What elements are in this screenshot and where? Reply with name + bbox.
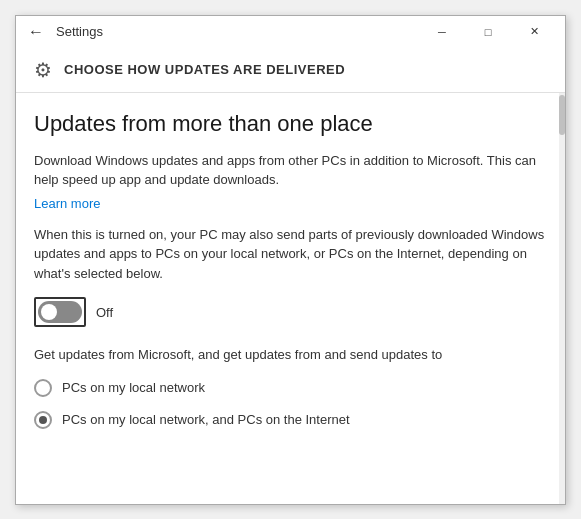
window-title: Settings <box>56 24 103 39</box>
radio-item-internet[interactable]: PCs on my local network, and PCs on the … <box>34 411 547 429</box>
radio-internet-label: PCs on my local network, and PCs on the … <box>62 412 350 427</box>
content-area: Updates from more than one place Downloa… <box>16 93 565 447</box>
radio-item-local[interactable]: PCs on my local network <box>34 379 547 397</box>
radio-group: PCs on my local network PCs on my local … <box>34 379 547 429</box>
learn-more-link[interactable]: Learn more <box>34 196 100 211</box>
title-bar-left: ← Settings <box>24 21 419 43</box>
toggle-row: Off <box>34 297 547 327</box>
toggle-container <box>34 297 86 327</box>
toggle-label: Off <box>96 305 113 320</box>
scrollbar-thumb[interactable] <box>559 95 565 135</box>
gear-icon: ⚙ <box>34 58 52 82</box>
maximize-button[interactable]: □ <box>465 16 511 48</box>
settings-window: ← Settings ─ □ ✕ ⚙ CHOOSE HOW UPDATES AR… <box>15 15 566 505</box>
toggle-switch[interactable] <box>38 301 82 323</box>
radio-local-label: PCs on my local network <box>62 380 205 395</box>
header-title: CHOOSE HOW UPDATES ARE DELIVERED <box>64 62 345 77</box>
main-description: Download Windows updates and apps from o… <box>34 151 547 190</box>
header-section: ⚙ CHOOSE HOW UPDATES ARE DELIVERED <box>16 48 565 93</box>
close-button[interactable]: ✕ <box>511 16 557 48</box>
scrollbar[interactable] <box>559 93 565 504</box>
minimize-button[interactable]: ─ <box>419 16 465 48</box>
radio-internet-indicator <box>34 411 52 429</box>
page-title: Updates from more than one place <box>34 111 547 137</box>
secondary-description: When this is turned on, your PC may also… <box>34 225 547 284</box>
content-wrapper: Updates from more than one place Downloa… <box>16 93 565 504</box>
get-updates-text: Get updates from Microsoft, and get upda… <box>34 345 547 365</box>
title-bar: ← Settings ─ □ ✕ <box>16 16 565 48</box>
radio-internet-inner <box>39 416 47 424</box>
back-button[interactable]: ← <box>24 21 48 43</box>
title-bar-controls: ─ □ ✕ <box>419 16 557 48</box>
toggle-knob <box>41 304 57 320</box>
radio-local-indicator <box>34 379 52 397</box>
